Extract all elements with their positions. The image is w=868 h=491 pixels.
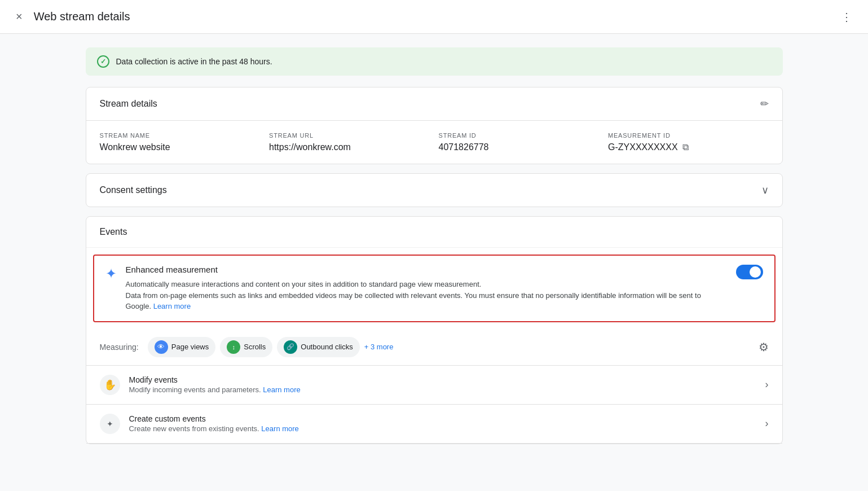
- outbound-clicks-icon: 🔗: [284, 340, 297, 354]
- measuring-label: Measuring:: [100, 343, 139, 352]
- measuring-row: Measuring: 👁 Page views ↕ Scrolls 🔗 Outb…: [86, 329, 782, 366]
- header: × Web stream details ⋮: [0, 0, 868, 34]
- events-title: Events: [86, 217, 782, 248]
- sparkle-icon: ✦: [105, 266, 117, 282]
- alert-text: Data collection is active in the past 48…: [116, 57, 272, 66]
- enhanced-measurement-title: Enhanced measurement: [126, 265, 727, 274]
- stream-url-value: https://wonkrew.com: [269, 142, 430, 152]
- stream-id-value: 4071826778: [439, 142, 600, 152]
- chip-scrolls[interactable]: ↕ Scrolls: [220, 337, 272, 357]
- modify-events-row[interactable]: ✋ Modify events Modify incoming events a…: [86, 366, 782, 405]
- measurement-id-field: MEASUREMENT ID G-ZYXXXXXXXX ⧉: [608, 132, 769, 152]
- alert-banner: Data collection is active in the past 48…: [86, 47, 783, 76]
- create-custom-events-row[interactable]: ✦ Create custom events Create new events…: [86, 405, 782, 444]
- stream-name-field: STREAM NAME Wonkrew website: [100, 132, 261, 152]
- modify-events-chevron-icon: ›: [765, 379, 769, 391]
- enhanced-measurement-content: Enhanced measurement Automatically measu…: [126, 265, 727, 312]
- consent-settings-title: Consent settings: [100, 185, 167, 195]
- create-events-title: Create custom events: [129, 414, 765, 423]
- create-events-icon: ✦: [100, 414, 120, 434]
- page-title: Web stream details: [34, 10, 130, 23]
- stream-id-label: STREAM ID: [439, 132, 600, 139]
- more-chips-button[interactable]: + 3 more: [364, 343, 394, 351]
- enhanced-measurement-toggle[interactable]: ✓: [736, 265, 763, 279]
- main-content: Data collection is active in the past 48…: [68, 34, 801, 458]
- create-events-content: Create custom events Create new events f…: [129, 414, 765, 433]
- consent-settings-header[interactable]: Consent settings ∨: [86, 174, 782, 207]
- stream-url-field: STREAM URL https://wonkrew.com: [269, 132, 430, 152]
- enhanced-measurement-box: ✦ Enhanced measurement Automatically mea…: [93, 255, 776, 322]
- measuring-chips: 👁 Page views ↕ Scrolls 🔗 Outbound clicks…: [148, 337, 752, 357]
- learn-more-link-enhanced[interactable]: Learn more: [151, 302, 191, 310]
- create-events-desc: Create new events from existing events. …: [129, 424, 765, 433]
- chip-outbound-clicks-label: Outbound clicks: [301, 343, 353, 351]
- modify-events-icon: ✋: [100, 375, 120, 395]
- stream-name-value: Wonkrew website: [100, 142, 261, 152]
- events-card: Events ✦ Enhanced measurement Automatica…: [86, 216, 783, 444]
- header-left: × Web stream details: [14, 8, 130, 25]
- settings-gear-button[interactable]: ⚙: [759, 340, 769, 354]
- chip-scrolls-label: Scrolls: [244, 343, 266, 351]
- stream-details-card: Stream details ✏ STREAM NAME Wonkrew web…: [86, 87, 783, 164]
- stream-url-label: STREAM URL: [269, 132, 430, 139]
- create-events-learn-more[interactable]: Learn more: [261, 424, 298, 433]
- stream-details-grid: STREAM NAME Wonkrew website STREAM URL h…: [86, 121, 782, 164]
- chip-page-views-label: Page views: [171, 343, 209, 351]
- toggle-slider: [736, 265, 763, 279]
- stream-id-field: STREAM ID 4071826778: [439, 132, 600, 152]
- edit-icon[interactable]: ✏: [760, 98, 769, 110]
- copy-icon[interactable]: ⧉: [682, 142, 689, 152]
- chevron-down-icon[interactable]: ∨: [761, 184, 769, 196]
- scrolls-icon: ↕: [227, 340, 240, 354]
- stream-name-label: STREAM NAME: [100, 132, 261, 139]
- modify-events-title: Modify events: [129, 375, 765, 384]
- modify-events-desc: Modify incoming events and parameters. L…: [129, 385, 765, 394]
- measurement-id-value: G-ZYXXXXXXXX ⧉: [608, 142, 769, 152]
- close-button[interactable]: ×: [14, 8, 25, 25]
- enhanced-measurement-description: Automatically measure interactions and c…: [126, 279, 727, 312]
- chip-outbound-clicks[interactable]: 🔗 Outbound clicks: [277, 337, 360, 357]
- more-options-button[interactable]: ⋮: [839, 8, 854, 26]
- create-events-chevron-icon: ›: [765, 418, 769, 429]
- page-views-icon: 👁: [155, 340, 168, 354]
- modify-events-learn-more[interactable]: Learn more: [263, 385, 300, 394]
- consent-settings-card: Consent settings ∨: [86, 173, 783, 207]
- measurement-id-label: MEASUREMENT ID: [608, 132, 769, 139]
- toggle-container[interactable]: ✓: [736, 265, 763, 279]
- modify-events-content: Modify events Modify incoming events and…: [129, 375, 765, 394]
- chip-page-views[interactable]: 👁 Page views: [148, 337, 215, 357]
- stream-details-header: Stream details ✏: [86, 87, 782, 121]
- check-circle-icon: [97, 55, 109, 68]
- stream-details-title: Stream details: [100, 99, 157, 109]
